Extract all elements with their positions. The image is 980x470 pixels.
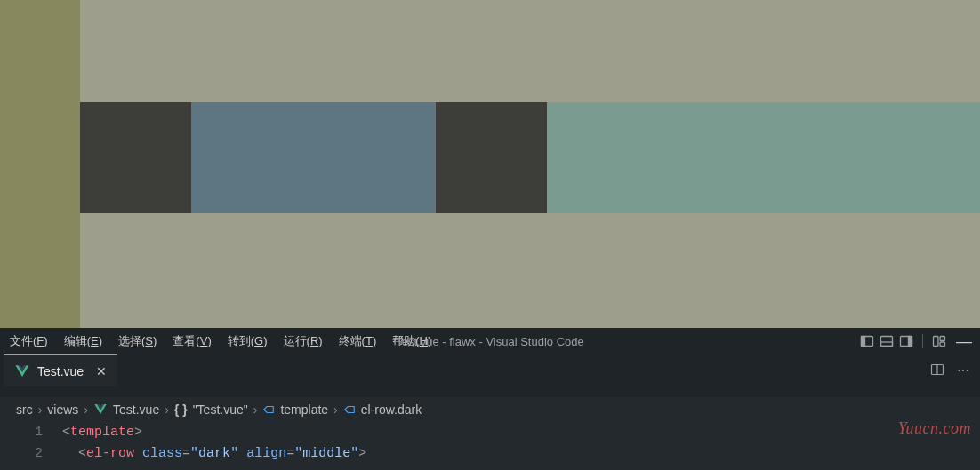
tab-strip: Test.vue ✕ ⋯ — [0, 354, 980, 386]
title-bar: 文件(F) 编辑(E) 选择(S) 查看(V) 转到(G) 运行(R) 终端(T… — [0, 328, 980, 354]
toggle-primary-sidebar-icon[interactable] — [860, 334, 874, 348]
braces-icon: { } — [174, 402, 188, 417]
bc-file[interactable]: Test.vue — [113, 402, 159, 417]
el-col-dark-b — [436, 102, 547, 213]
line-number: 1 — [0, 422, 43, 443]
svg-rect-5 — [909, 337, 912, 347]
tab-label: Test.vue — [37, 364, 84, 378]
chevron-right-icon: › — [333, 402, 338, 417]
tab-close-icon[interactable]: ✕ — [96, 364, 107, 378]
bc-testvue-symbol[interactable]: "Test.vue" — [193, 402, 248, 417]
window-title: Test.vue - flawx - Visual Studio Code — [396, 335, 583, 348]
tab-actions: ⋯ — [930, 354, 980, 386]
chevron-right-icon: › — [253, 402, 258, 417]
toggle-secondary-sidebar-icon[interactable] — [899, 334, 913, 348]
bc-src[interactable]: src — [16, 402, 33, 417]
line-number-gutter: 1 2 — [0, 422, 62, 470]
minimize-button[interactable]: — — [952, 332, 976, 351]
el-col-dark-a — [80, 102, 191, 213]
breadcrumb[interactable]: src › views › Test.vue › { } "Test.vue" … — [0, 397, 980, 422]
svg-rect-3 — [881, 342, 893, 347]
svg-rect-1 — [862, 337, 865, 347]
code-line[interactable]: <el-row class="dark" align="middle"> — [62, 443, 980, 465]
element-icon — [262, 403, 275, 416]
el-row-demo — [80, 102, 980, 213]
chevron-right-icon: › — [38, 402, 43, 417]
code-editor[interactable]: 1 2 <template> <el-row class="dark" alig… — [0, 422, 980, 470]
bc-template[interactable]: template — [280, 402, 328, 417]
toggle-panel-icon[interactable] — [880, 334, 894, 348]
bc-elrow[interactable]: el-row.dark — [361, 402, 422, 417]
menu-bar: 文件(F) 编辑(E) 选择(S) 查看(V) 转到(G) 运行(R) 终端(T… — [2, 330, 439, 353]
menu-select[interactable]: 选择(S) — [110, 330, 165, 353]
el-col-light-green — [547, 102, 980, 213]
more-actions-icon[interactable]: ⋯ — [957, 363, 969, 378]
vue-icon — [14, 363, 30, 379]
menu-view[interactable]: 查看(V) — [165, 330, 219, 353]
chevron-right-icon: › — [84, 402, 88, 417]
preview-pane — [0, 0, 980, 328]
title-actions: — — [860, 332, 976, 351]
watermark: Yuucn.com — [898, 419, 971, 438]
menu-file[interactable]: 文件(F) — [2, 330, 56, 353]
split-editor-icon[interactable] — [930, 362, 944, 379]
svg-rect-8 — [940, 342, 945, 347]
code-content[interactable]: <template> <el-row class="dark" align="m… — [62, 422, 980, 470]
menu-terminal[interactable]: 终端(T) — [331, 330, 385, 353]
chevron-right-icon: › — [165, 402, 169, 417]
code-line[interactable]: <template> — [62, 422, 980, 443]
tab-test-vue[interactable]: Test.vue ✕ — [4, 354, 117, 386]
svg-rect-7 — [940, 337, 945, 341]
menu-edit[interactable]: 编辑(E) — [56, 330, 110, 353]
element-icon — [343, 403, 356, 416]
menu-goto[interactable]: 转到(G) — [220, 330, 276, 353]
title-separator — [922, 334, 923, 348]
preview-sidebar — [0, 0, 80, 328]
line-number: 2 — [0, 443, 43, 465]
svg-rect-6 — [934, 337, 939, 347]
vue-icon — [93, 402, 108, 417]
menu-run[interactable]: 运行(R) — [276, 330, 331, 353]
bc-views[interactable]: views — [47, 402, 78, 417]
el-col-light-blue — [191, 102, 436, 213]
customize-layout-icon[interactable] — [932, 334, 946, 348]
